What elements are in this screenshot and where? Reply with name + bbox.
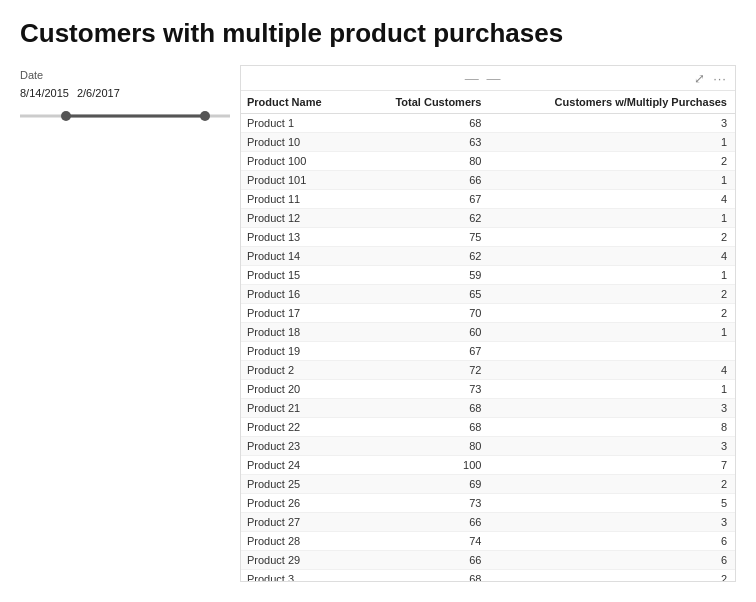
table-cell: 3 [489,513,735,532]
table-row: Product 2724 [241,361,735,380]
table-body: Product 1683Product 10631Product 100802P… [241,114,735,582]
col-multiply-purchases: Customers w/Multiply Purchases [489,91,735,114]
expand-icon[interactable]: ⤢ [694,71,705,86]
table-cell: Product 23 [241,437,358,456]
table-cell: 2 [489,285,735,304]
table-cell: Product 13 [241,228,358,247]
table-cell: 73 [358,380,490,399]
table-cell: Product 2 [241,361,358,380]
table-row: Product 20731 [241,380,735,399]
table-cell: 80 [358,152,490,171]
table-cell: 80 [358,437,490,456]
slider-track [20,115,230,118]
table-cell: Product 101 [241,171,358,190]
table-cell: 67 [358,342,490,361]
table-cell: 69 [358,475,490,494]
table-cell: 66 [358,513,490,532]
table-cell: Product 15 [241,266,358,285]
table-cell: Product 28 [241,532,358,551]
page: Customers with multiple product purchase… [0,0,756,592]
table-cell: 68 [358,399,490,418]
table-cell: 1 [489,133,735,152]
toolbar-center: — — [465,70,503,86]
filter-panel: Date 8/14/2015 2/6/2017 [20,65,230,125]
table-cell: Product 12 [241,209,358,228]
table-cell: 8 [489,418,735,437]
table-cell: 60 [358,323,490,342]
page-title: Customers with multiple product purchase… [20,18,736,49]
table-panel: — — ⤢ ··· Product Name Total Customers C… [240,65,736,582]
date-end: 2/6/2017 [77,87,120,99]
toolbar-right: ⤢ ··· [694,71,727,86]
slider-thumb-left[interactable] [61,111,71,121]
table-cell: Product 16 [241,285,358,304]
table-cell: 2 [489,475,735,494]
table-wrapper[interactable]: Product Name Total Customers Customers w… [241,91,735,581]
table-cell: 1 [489,266,735,285]
table-toolbar: — — ⤢ ··· [241,66,735,91]
table-row: Product 23803 [241,437,735,456]
table-row: Product 1683 [241,114,735,133]
table-cell: 70 [358,304,490,323]
table-cell: 4 [489,361,735,380]
table-row: Product 11674 [241,190,735,209]
col-total-customers: Total Customers [358,91,490,114]
table-row: Product 28746 [241,532,735,551]
table-cell: 68 [358,570,490,582]
table-cell: 2 [489,570,735,582]
table-row: Product 25692 [241,475,735,494]
table-cell: Product 11 [241,190,358,209]
table-row: Product 16652 [241,285,735,304]
table-cell: 100 [358,456,490,475]
table-cell: 75 [358,228,490,247]
table-cell [489,342,735,361]
table-cell: 1 [489,209,735,228]
table-row: Product 22688 [241,418,735,437]
table-row: Product 18601 [241,323,735,342]
table-cell: Product 14 [241,247,358,266]
table-cell: 66 [358,171,490,190]
more-icon[interactable]: ··· [713,71,727,86]
filter-label: Date [20,69,230,81]
table-row: Product 21683 [241,399,735,418]
table-cell: 68 [358,418,490,437]
table-row: Product 3682 [241,570,735,582]
data-table: Product Name Total Customers Customers w… [241,91,735,581]
slider-fill [66,115,205,118]
slider-thumb-right[interactable] [200,111,210,121]
content-area: Date 8/14/2015 2/6/2017 — — ⤢ [20,65,736,582]
table-cell: 1 [489,380,735,399]
table-row: Product 10631 [241,133,735,152]
table-cell: 74 [358,532,490,551]
table-cell: Product 27 [241,513,358,532]
table-cell: 72 [358,361,490,380]
table-cell: 59 [358,266,490,285]
table-row: Product 26735 [241,494,735,513]
table-cell: 1 [489,323,735,342]
table-cell: Product 20 [241,380,358,399]
table-row: Product 100802 [241,152,735,171]
table-cell: Product 21 [241,399,358,418]
table-cell: 62 [358,209,490,228]
table-cell: Product 10 [241,133,358,152]
table-cell: Product 18 [241,323,358,342]
date-range: 8/14/2015 2/6/2017 [20,87,230,99]
table-cell: Product 17 [241,304,358,323]
table-cell: 65 [358,285,490,304]
date-slider[interactable] [20,107,230,125]
table-cell: 2 [489,228,735,247]
table-cell: 5 [489,494,735,513]
table-row: Product 15591 [241,266,735,285]
date-start: 8/14/2015 [20,87,69,99]
table-cell: 7 [489,456,735,475]
table-cell: Product 25 [241,475,358,494]
table-cell: 4 [489,190,735,209]
table-row: Product 27663 [241,513,735,532]
table-cell: 66 [358,551,490,570]
table-cell: 3 [489,437,735,456]
table-cell: Product 22 [241,418,358,437]
table-cell: 6 [489,532,735,551]
table-row: Product 101661 [241,171,735,190]
table-cell: 3 [489,399,735,418]
table-cell: 67 [358,190,490,209]
